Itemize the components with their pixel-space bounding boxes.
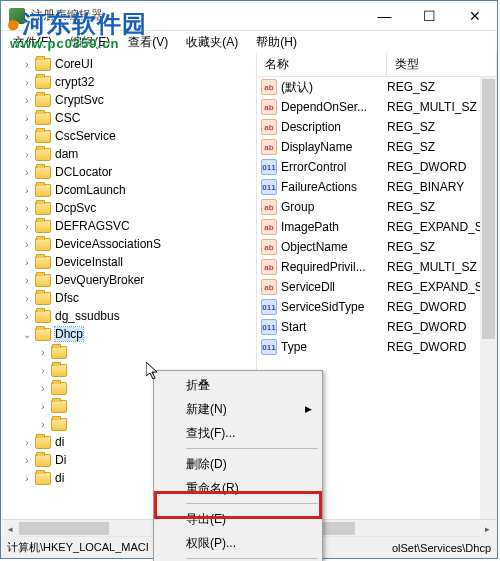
expander-icon[interactable]: › (21, 257, 33, 268)
list-row[interactable]: abGroupREG_SZ (257, 197, 497, 217)
tree-item[interactable]: ›DeviceInstall (1, 253, 256, 271)
expander-icon[interactable]: › (37, 401, 49, 412)
menu-view[interactable]: 查看(V) (120, 32, 176, 53)
context-menu-item[interactable]: 查找(F)... (156, 421, 320, 445)
tree-item[interactable]: ›CSC (1, 109, 256, 127)
maximize-button[interactable]: ☐ (407, 1, 452, 30)
list-row[interactable]: 011TypeREG_DWORD (257, 337, 497, 357)
value-type: REG_SZ (387, 80, 435, 94)
tree-label: DcpSvc (55, 201, 96, 215)
list-row[interactable]: abDescriptionREG_SZ (257, 117, 497, 137)
menu-edit[interactable]: 编辑(E) (62, 32, 118, 53)
submenu-arrow-icon: ▶ (305, 404, 312, 414)
expander-icon[interactable]: › (37, 383, 49, 394)
list-row[interactable]: ab(默认)REG_SZ (257, 77, 497, 97)
expander-icon[interactable]: › (37, 365, 49, 376)
tree-label: di (55, 471, 64, 485)
expander-icon[interactable]: › (21, 437, 33, 448)
tree-item[interactable]: ›crypt32 (1, 73, 256, 91)
expander-icon[interactable]: › (37, 347, 49, 358)
tree-item[interactable]: ›CryptSvc (1, 91, 256, 109)
list-header[interactable]: 名称 类型 (257, 53, 497, 77)
tree-item[interactable]: ›DeviceAssociationS (1, 235, 256, 253)
expander-icon[interactable]: › (21, 77, 33, 88)
list-row[interactable]: abObjectNameREG_SZ (257, 237, 497, 257)
expander-icon[interactable]: › (21, 59, 33, 70)
expander-icon[interactable]: › (21, 311, 33, 322)
value-bin-icon: 011 (261, 179, 277, 195)
tree-item[interactable]: ⌄Dhcp (1, 325, 256, 343)
context-menu-item[interactable]: 删除(D) (156, 452, 320, 476)
expander-icon[interactable]: › (21, 473, 33, 484)
col-header-name[interactable]: 名称 (257, 53, 387, 76)
expander-icon[interactable]: › (21, 455, 33, 466)
expander-icon[interactable]: › (21, 203, 33, 214)
tree-item[interactable]: ›DEFRAGSVC (1, 217, 256, 235)
expander-icon[interactable]: › (21, 113, 33, 124)
value-name: ServiceSidType (281, 300, 387, 314)
expander-icon[interactable]: › (21, 185, 33, 196)
list-row[interactable]: abDependOnSer...REG_MULTI_SZ (257, 97, 497, 117)
titlebar[interactable]: 注册表编辑器 — ☐ ✕ (1, 1, 497, 31)
value-type: REG_DWORD (387, 320, 466, 334)
value-type: REG_EXPAND_SZ (387, 280, 490, 294)
value-type: REG_EXPAND_SZ (387, 220, 490, 234)
value-type: REG_DWORD (387, 300, 466, 314)
tree-item[interactable]: ›DcomLaunch (1, 181, 256, 199)
list-row[interactable]: 011StartREG_DWORD (257, 317, 497, 337)
context-menu-item[interactable]: 重命名(R) (156, 476, 320, 500)
menu-help[interactable]: 帮助(H) (248, 32, 305, 53)
tree-item[interactable]: › (1, 343, 256, 361)
tree-item[interactable]: ›DevQueryBroker (1, 271, 256, 289)
folder-icon (35, 328, 51, 341)
folder-icon (35, 256, 51, 269)
tree-item[interactable]: ›Dfsc (1, 289, 256, 307)
tree-item[interactable]: ›CscService (1, 127, 256, 145)
expander-icon[interactable]: › (21, 221, 33, 232)
expander-icon[interactable]: › (21, 239, 33, 250)
context-menu-item[interactable]: 导出(E) (156, 507, 320, 531)
expander-icon[interactable]: › (37, 419, 49, 430)
list-v-scrollbar[interactable] (480, 77, 497, 536)
list-row[interactable]: abImagePathREG_EXPAND_SZ (257, 217, 497, 237)
expander-icon[interactable]: › (21, 167, 33, 178)
value-name: Description (281, 120, 387, 134)
list-row[interactable]: 011ServiceSidTypeREG_DWORD (257, 297, 497, 317)
value-type: REG_DWORD (387, 160, 466, 174)
expander-icon[interactable]: › (21, 275, 33, 286)
folder-icon (35, 310, 51, 323)
expander-icon[interactable]: › (21, 95, 33, 106)
context-menu[interactable]: 折叠新建(N)▶查找(F)...删除(D)重命名(R)导出(E)权限(P)...… (153, 370, 323, 561)
context-menu-item[interactable]: 折叠 (156, 373, 320, 397)
list-row[interactable]: abRequiredPrivil...REG_MULTI_SZ (257, 257, 497, 277)
expander-icon[interactable]: ⌄ (21, 329, 33, 340)
tree-item[interactable]: ›dam (1, 145, 256, 163)
minimize-button[interactable]: — (362, 1, 407, 30)
menu-file[interactable]: 文件(F) (5, 32, 60, 53)
context-menu-item[interactable]: 权限(P)... (156, 531, 320, 555)
col-header-type[interactable]: 类型 (387, 53, 497, 76)
value-type: REG_BINARY (387, 180, 464, 194)
tree-item[interactable]: ›DcpSvc (1, 199, 256, 217)
tree-item[interactable]: ›DCLocator (1, 163, 256, 181)
scroll-left-icon[interactable]: ◂ (2, 520, 19, 537)
context-menu-item[interactable]: 新建(N)▶ (156, 397, 320, 421)
list-row[interactable]: 011FailureActionsREG_BINARY (257, 177, 497, 197)
value-sz-icon: ab (261, 139, 277, 155)
scroll-thumb[interactable] (19, 522, 109, 535)
tree-label: CSC (55, 111, 80, 125)
list-row[interactable]: abServiceDllREG_EXPAND_SZ (257, 277, 497, 297)
menu-favorites[interactable]: 收藏夹(A) (178, 32, 246, 53)
tree-item[interactable]: ›dg_ssudbus (1, 307, 256, 325)
value-sz-icon: ab (261, 279, 277, 295)
list-body: ab(默认)REG_SZabDependOnSer...REG_MULTI_SZ… (257, 77, 497, 357)
expander-icon[interactable]: › (21, 149, 33, 160)
scrollbar-thumb[interactable] (482, 79, 495, 339)
tree-item[interactable]: ›CoreUI (1, 55, 256, 73)
close-button[interactable]: ✕ (452, 1, 497, 30)
list-row[interactable]: abDisplayNameREG_SZ (257, 137, 497, 157)
list-row[interactable]: 011ErrorControlREG_DWORD (257, 157, 497, 177)
expander-icon[interactable]: › (21, 131, 33, 142)
expander-icon[interactable]: › (21, 293, 33, 304)
scroll-right-icon[interactable]: ▸ (479, 520, 496, 537)
